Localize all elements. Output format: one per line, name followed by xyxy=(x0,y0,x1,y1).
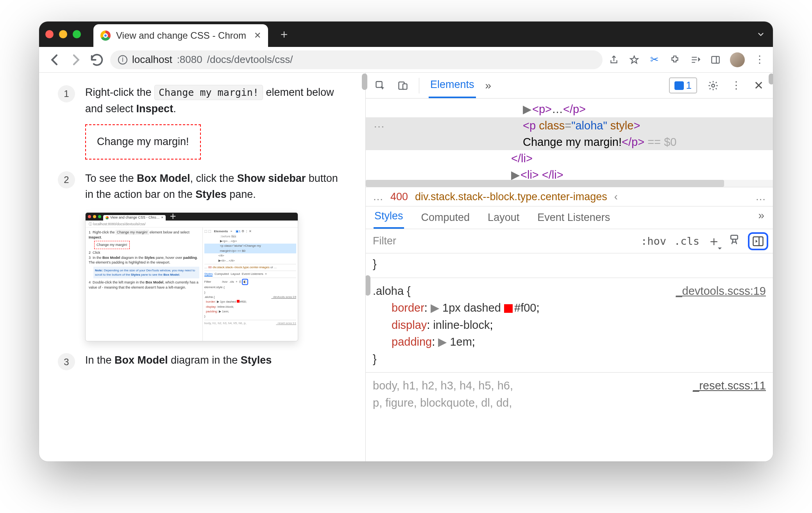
chrome-icon xyxy=(100,30,111,41)
new-tab-button[interactable]: ＋ xyxy=(277,28,291,41)
back-button[interactable] xyxy=(47,52,63,68)
styles-filter-input[interactable]: Filter xyxy=(373,235,633,247)
more-tabs-icon[interactable]: » xyxy=(485,79,492,92)
change-margin-target[interactable]: Change my margin! xyxy=(85,124,201,160)
browser-toolbar: i localhost:8080/docs/devtools/css/ ✂ ⋮ xyxy=(39,47,773,73)
color-swatch[interactable] xyxy=(504,304,513,313)
styles-rules[interactable]: } .aloha { _devtools.scss:19 border: ▶ 1… xyxy=(366,253,773,461)
devtools-panel: Elements » 1 ⋮ ✕ ⋯ ▶<p>…</p> xyxy=(365,73,773,461)
crumb-overflow[interactable]: … xyxy=(373,191,383,203)
page-content: 1 Right-click the Change my margin! elem… xyxy=(39,73,365,461)
browser-tab[interactable]: View and change CSS - Chrom ✕ xyxy=(93,24,268,47)
maximize-window-button[interactable] xyxy=(73,30,81,38)
tab-list-button[interactable] xyxy=(755,30,767,39)
step-number: 3 xyxy=(58,353,75,370)
device-toolbar-icon[interactable] xyxy=(396,79,410,92)
step-bold: Inspect xyxy=(136,103,173,115)
share-icon[interactable] xyxy=(608,54,620,66)
overflow-ellipsis-icon[interactable]: ⋯ xyxy=(374,119,385,135)
reading-list-icon[interactable] xyxy=(689,54,701,66)
rule-source-link[interactable]: _devtools.scss:19 xyxy=(676,283,766,300)
profile-avatar[interactable] xyxy=(730,52,745,67)
elements-breadcrumb[interactable]: … 400 div.stack.stack--block.type.center… xyxy=(366,187,773,206)
bookmark-icon[interactable] xyxy=(628,54,640,66)
url-port: :8080 xyxy=(177,54,202,66)
svg-point-4 xyxy=(712,84,714,87)
step-number: 2 xyxy=(58,171,75,188)
issues-badge[interactable]: 1 xyxy=(669,77,697,93)
issues-icon xyxy=(674,81,684,90)
scrollbar-thumb[interactable] xyxy=(769,74,773,84)
styles-action-bar: Filter :hov .cls ＋ xyxy=(366,229,773,253)
url-path: /docs/devtools/css/ xyxy=(207,54,293,66)
side-panel-icon[interactable] xyxy=(710,54,721,66)
crumb-item[interactable]: 400 xyxy=(390,191,408,203)
url-host: localhost xyxy=(132,54,172,66)
show-sidebar-button[interactable] xyxy=(748,232,768,250)
copy-styles-icon[interactable] xyxy=(728,234,740,248)
close-window-button[interactable] xyxy=(45,30,54,38)
chrome-menu-button[interactable]: ⋮ xyxy=(753,54,765,66)
forward-button[interactable] xyxy=(68,52,84,68)
minimize-window-button[interactable] xyxy=(59,30,67,38)
selected-dom-node[interactable]: <p class="aloha" style> xyxy=(366,117,773,134)
devtools-main-tabs: Elements » 1 ⋮ ✕ xyxy=(366,73,773,99)
dom-tree[interactable]: ⋯ ▶<p>…</p> <p class="aloha" style> Chan… xyxy=(366,99,773,187)
scissors-icon[interactable]: ✂ xyxy=(649,54,660,66)
issues-count: 1 xyxy=(686,79,692,91)
more-subtabs-icon[interactable]: » xyxy=(757,209,765,229)
svg-rect-0 xyxy=(712,56,719,63)
subtab-layout[interactable]: Layout xyxy=(487,212,520,229)
tab-title: View and change CSS - Chrom xyxy=(116,30,246,41)
browser-window: View and change CSS - Chrom ✕ ＋ i xyxy=(39,22,773,461)
new-style-rule-button[interactable]: ＋ xyxy=(707,232,721,250)
svg-rect-5 xyxy=(731,235,738,239)
rule-source-link[interactable]: _reset.scss:11 xyxy=(693,377,766,395)
address-bar[interactable]: i localhost:8080/docs/devtools/css/ xyxy=(110,50,603,69)
styles-subtabs: Styles Computed Layout Event Listeners » xyxy=(366,206,773,229)
crumb-overflow[interactable]: … xyxy=(755,191,766,203)
inspect-element-icon[interactable] xyxy=(374,79,387,92)
inline-code: Change my margin! xyxy=(154,85,263,100)
extensions-icon[interactable] xyxy=(669,54,681,66)
rule-selector[interactable]: body, h1, h2, h3, h4, h5, h6, xyxy=(373,379,513,392)
close-tab-button[interactable]: ✕ xyxy=(254,30,261,41)
subtab-event-listeners[interactable]: Event Listeners xyxy=(537,212,611,229)
subtab-computed[interactable]: Computed xyxy=(420,212,471,229)
close-devtools-icon[interactable]: ✕ xyxy=(752,79,765,92)
svg-rect-6 xyxy=(753,237,763,246)
scrollbar-thumb[interactable] xyxy=(366,275,370,296)
tab-elements[interactable]: Elements xyxy=(429,79,476,98)
step-text: Right-click the xyxy=(85,86,154,98)
scrollbar-thumb[interactable] xyxy=(362,74,367,90)
window-controls xyxy=(45,30,81,38)
horizontal-scrollbar[interactable] xyxy=(366,180,773,187)
subtab-styles[interactable]: Styles xyxy=(374,210,404,229)
toggle-cls-button[interactable]: .cls xyxy=(674,235,699,247)
crumb-item[interactable]: div.stack.stack--block.type.center-image… xyxy=(415,191,607,203)
site-info-icon[interactable]: i xyxy=(118,55,127,65)
tab-strip: View and change CSS - Chrom ✕ ＋ xyxy=(39,22,773,47)
devtools-menu-icon[interactable]: ⋮ xyxy=(729,79,742,92)
rule-selector[interactable]: .aloha { xyxy=(373,285,411,297)
settings-icon[interactable] xyxy=(706,79,720,92)
svg-rect-3 xyxy=(403,84,407,89)
toggle-hov-button[interactable]: :hov xyxy=(641,235,666,247)
reload-button[interactable] xyxy=(89,52,105,68)
step-number: 1 xyxy=(58,85,75,102)
screenshot-thumbnail: View and change CSS - Chro…×+ ⓘ localhos… xyxy=(85,212,298,341)
